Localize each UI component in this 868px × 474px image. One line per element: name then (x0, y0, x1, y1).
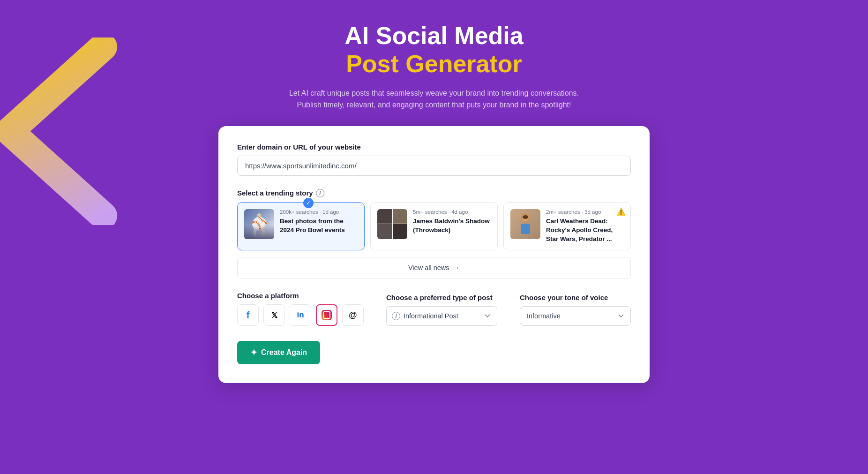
probowl-meta: 200k+ searches · 1d ago (280, 209, 358, 215)
platform-section: Choose a platform f 𝕏 in @ (237, 292, 364, 326)
post-type-select-wrapper: i Informational Post Promotional Post En… (386, 306, 497, 326)
probowl-title: Best photos from the 2024 Pro Bowl event… (280, 217, 358, 235)
trending-info-icon: i (316, 189, 324, 197)
url-label: Enter domain or URL of your website (237, 143, 631, 151)
tone-select-wrapper: Informative Casual Professional Humorous… (520, 306, 631, 326)
arrow-right-icon: → (453, 264, 460, 271)
hero-title-line2: Post Generator (289, 49, 579, 78)
probowl-card-text: 200k+ searches · 1d ago Best photos from… (280, 209, 358, 235)
facebook-icon: f (247, 310, 250, 321)
twitter-platform-btn[interactable]: 𝕏 (263, 304, 285, 326)
baldwin-thumbnail (377, 209, 407, 239)
post-type-section: Choose a preferred type of post i Inform… (386, 293, 497, 326)
warning-icon: ⚠️ (616, 207, 626, 216)
baldwin-meta: 5m+ searches · 4d ago (413, 209, 491, 215)
linkedin-icon: in (297, 310, 304, 320)
hero-title-line1: AI Social Media (289, 23, 579, 49)
post-type-select[interactable]: Informational Post Promotional Post Enga… (386, 306, 497, 326)
bottom-row: Choose a platform f 𝕏 in @ (237, 292, 631, 326)
sparkle-icon: ✦ (250, 347, 257, 358)
carl-title: Carl Weathers Dead: Rocky's Apollo Creed… (546, 217, 624, 244)
linkedin-platform-btn[interactable]: in (290, 304, 311, 326)
svg-point-8 (523, 215, 528, 219)
twitter-x-icon: 𝕏 (271, 311, 277, 320)
trending-label: Select a trending story i (237, 189, 631, 197)
trending-card-carl[interactable]: ⚠️ 2m+ searches · 3d ago Carl Weathers D… (503, 202, 631, 251)
bg-decoration (0, 38, 122, 225)
threads-platform-btn[interactable]: @ (342, 304, 364, 326)
trending-card-probowl[interactable]: ✓ 6 200k+ searches · 1d ago Best photos … (237, 202, 365, 251)
tone-select[interactable]: Informative Casual Professional Humorous… (520, 306, 631, 326)
svg-rect-6 (521, 224, 530, 234)
selected-check-badge: ✓ (303, 198, 314, 208)
carl-meta: 2m+ searches · 3d ago (546, 209, 624, 215)
svg-rect-0 (257, 213, 262, 218)
hero-section: AI Social Media Post Generator Let AI cr… (280, 0, 588, 126)
trending-card-baldwin[interactable]: 5m+ searches · 4d ago James Baldwin's Sh… (370, 202, 498, 251)
url-input[interactable] (237, 156, 631, 176)
platform-label: Choose a platform (237, 292, 364, 300)
carl-card-text: 2m+ searches · 3d ago Carl Weathers Dead… (546, 209, 624, 244)
carl-figure (516, 212, 535, 236)
trending-cards-container: ✓ 6 200k+ searches · 1d ago Best photos … (237, 202, 631, 251)
instagram-platform-btn[interactable] (316, 304, 337, 326)
create-again-button[interactable]: ✦ Create Again (237, 341, 320, 364)
view-all-news-button[interactable]: View all news → (237, 257, 631, 278)
facebook-platform-btn[interactable]: f (237, 304, 259, 326)
main-card: Enter domain or URL of your website Sele… (218, 126, 650, 384)
baldwin-card-text: 5m+ searches · 4d ago James Baldwin's Sh… (413, 209, 491, 235)
platform-icons-container: f 𝕏 in @ (237, 304, 364, 326)
post-type-label: Choose a preferred type of post (386, 293, 497, 301)
hero-subtitle: Let AI craft unique posts that seamlessl… (289, 87, 579, 111)
baldwin-title: James Baldwin's Shadow (Throwback) (413, 217, 491, 235)
tone-label: Choose your tone of voice (520, 293, 631, 301)
carl-thumbnail (510, 209, 540, 239)
instagram-icon (322, 310, 332, 320)
probowl-thumbnail: 6 (244, 209, 274, 239)
tone-section: Choose your tone of voice Informative Ca… (520, 293, 631, 326)
threads-icon: @ (349, 310, 357, 320)
